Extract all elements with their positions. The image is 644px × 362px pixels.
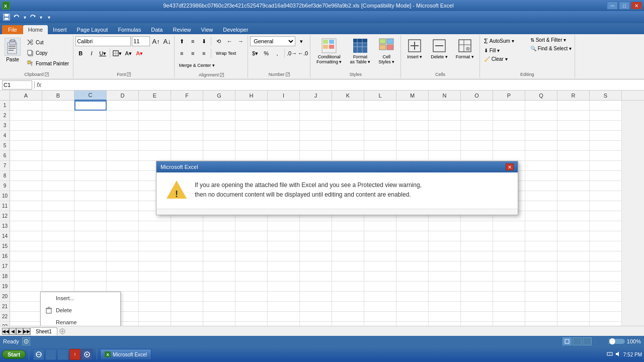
cell-B12[interactable]: [42, 211, 74, 221]
cell-H4[interactable]: [235, 131, 268, 141]
page-layout-btn[interactable]: [573, 337, 582, 345]
cell-R18[interactable]: [557, 272, 590, 282]
cell-E1[interactable]: [139, 101, 171, 111]
cell-O2[interactable]: [461, 111, 493, 121]
cell-E16[interactable]: [139, 251, 171, 261]
cell-K16[interactable]: [332, 251, 364, 261]
save-quick-btn[interactable]: [2, 13, 11, 22]
redo-dropdown[interactable]: ▾: [38, 13, 43, 22]
row-num-20[interactable]: 20: [0, 292, 10, 302]
col-header-A[interactable]: A: [10, 90, 42, 101]
cell-N21[interactable]: [429, 302, 461, 312]
cell-N6[interactable]: [429, 151, 461, 161]
cell-Q10[interactable]: [525, 191, 557, 201]
cell-G14[interactable]: [203, 231, 235, 241]
cell-B15[interactable]: [42, 241, 74, 251]
cell-J18[interactable]: [300, 272, 332, 282]
cell-S20[interactable]: [590, 292, 622, 302]
cell-D2[interactable]: [107, 111, 139, 121]
cell-P1[interactable]: [493, 101, 525, 111]
cell-H17[interactable]: [235, 261, 268, 272]
cell-K14[interactable]: [332, 231, 364, 241]
cell-O4[interactable]: [461, 131, 493, 141]
cell-R15[interactable]: [557, 241, 590, 251]
redo-quick-btn[interactable]: [28, 13, 37, 22]
row-num-5[interactable]: 5: [0, 141, 10, 151]
cell-A10[interactable]: [10, 191, 42, 201]
cell-Q18[interactable]: [525, 272, 557, 282]
cell-I23[interactable]: [268, 322, 300, 326]
cell-H23[interactable]: [235, 322, 268, 326]
undo-dropdown[interactable]: ▾: [22, 13, 27, 22]
cell-E4[interactable]: [139, 131, 171, 141]
sheet-tab-sheet1[interactable]: Sheet1: [30, 327, 57, 335]
cell-I17[interactable]: [268, 261, 300, 272]
cell-G15[interactable]: [203, 241, 235, 251]
align-right-btn[interactable]: ≡: [199, 48, 209, 58]
col-header-S[interactable]: S: [590, 90, 622, 101]
col-header-N[interactable]: N: [429, 90, 461, 101]
cell-H18[interactable]: [235, 272, 268, 282]
cell-H22[interactable]: [235, 312, 268, 322]
cell-D9[interactable]: [107, 181, 139, 191]
cell-C3[interactable]: [74, 121, 107, 131]
cell-B5[interactable]: [42, 141, 74, 151]
cell-H13[interactable]: [235, 221, 268, 231]
cell-M16[interactable]: [396, 251, 429, 261]
cell-A8[interactable]: [10, 171, 42, 181]
cell-R16[interactable]: [557, 251, 590, 261]
cell-B11[interactable]: [42, 201, 74, 211]
cell-D4[interactable]: [107, 131, 139, 141]
cell-H6[interactable]: [235, 151, 268, 161]
cell-Q5[interactable]: [525, 141, 557, 151]
find-select-btn[interactable]: 🔍 Find & Select▾: [528, 45, 574, 52]
cell-M1[interactable]: [396, 101, 429, 111]
font-decrease-btn[interactable]: A↓: [162, 36, 172, 46]
cell-N14[interactable]: [429, 231, 461, 241]
cell-P4[interactable]: [493, 131, 525, 141]
cell-Q22[interactable]: [525, 312, 557, 322]
cell-Q19[interactable]: [525, 282, 557, 292]
currency-btn[interactable]: $▾: [250, 48, 260, 58]
number-format-select[interactable]: General Number Currency Percentage: [250, 36, 295, 46]
cell-G16[interactable]: [203, 251, 235, 261]
cell-H5[interactable]: [235, 141, 268, 151]
font-increase-btn[interactable]: A↑: [151, 36, 161, 46]
col-header-L[interactable]: L: [364, 90, 396, 101]
cell-J20[interactable]: [300, 292, 332, 302]
cell-I19[interactable]: [268, 282, 300, 292]
cell-E15[interactable]: [139, 241, 171, 251]
row-num-16[interactable]: 16: [0, 251, 10, 261]
cell-K23[interactable]: [332, 322, 364, 326]
cell-K15[interactable]: [332, 241, 364, 251]
cell-O17[interactable]: [461, 261, 493, 272]
cell-I6[interactable]: [268, 151, 300, 161]
cell-F20[interactable]: [171, 292, 203, 302]
cell-D13[interactable]: [107, 221, 139, 231]
cell-G20[interactable]: [203, 292, 235, 302]
col-header-F[interactable]: F: [171, 90, 203, 101]
cell-J13[interactable]: [300, 221, 332, 231]
sort-filter-btn[interactable]: ⇅ Sort & Filter▾: [528, 36, 574, 44]
cell-K4[interactable]: [332, 131, 364, 141]
cell-B2[interactable]: [42, 111, 74, 121]
cell-I16[interactable]: [268, 251, 300, 261]
cell-P19[interactable]: [493, 282, 525, 292]
cell-F17[interactable]: [171, 261, 203, 272]
cell-D12[interactable]: [107, 211, 139, 221]
cell-N1[interactable]: [429, 101, 461, 111]
cell-D19[interactable]: [107, 282, 139, 292]
cell-S2[interactable]: [590, 111, 622, 121]
cell-I1[interactable]: [268, 101, 300, 111]
tab-insert[interactable]: Insert: [48, 25, 72, 34]
cell-C7[interactable]: [74, 161, 107, 171]
cell-A15[interactable]: [10, 241, 42, 251]
cell-J17[interactable]: [300, 261, 332, 272]
cell-F22[interactable]: [171, 312, 203, 322]
cell-A2[interactable]: [10, 111, 42, 121]
row-num-18[interactable]: 18: [0, 272, 10, 282]
row-num-15[interactable]: 15: [0, 241, 10, 251]
cell-D3[interactable]: [107, 121, 139, 131]
cell-S17[interactable]: [590, 261, 622, 272]
cell-J3[interactable]: [300, 121, 332, 131]
